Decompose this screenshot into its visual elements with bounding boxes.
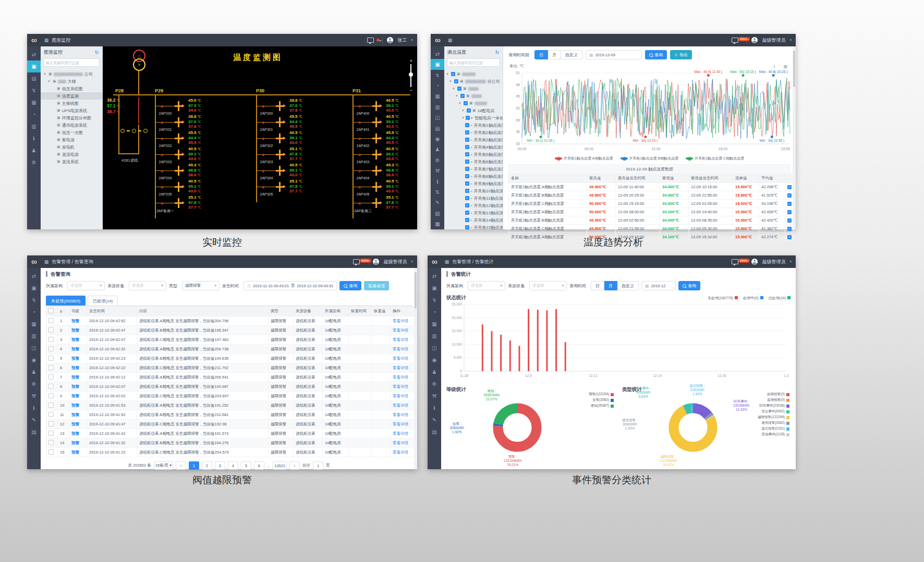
rail-icon-5[interactable]: ▥	[428, 330, 441, 342]
mode-日[interactable]: 日	[534, 50, 548, 59]
rail-icon-6[interactable]: ▥	[27, 120, 41, 132]
feeder-2AP202[interactable]: ◆2AP20245.5℃44.4℃45.5℃	[155, 133, 220, 149]
row-checkbox[interactable]: ✓	[787, 227, 792, 231]
checkbox[interactable]: ✓	[465, 203, 469, 207]
rail-icon-10[interactable]: ⚒	[27, 390, 41, 402]
rail-icon-12[interactable]: ✎	[27, 414, 41, 426]
search-button[interactable]: 查询	[678, 281, 700, 290]
rail-icon-5[interactable]: ▥	[431, 102, 444, 112]
feeder-2AP301[interactable]: ◆2AP30145.5℃44.4℃45.5℃	[256, 117, 321, 132]
feeder-2AP304[interactable]: ◆2AP30440.5℃39.1℃43.0℃	[256, 165, 321, 181]
scrollbar[interactable]	[793, 46, 796, 229]
view-detail-link[interactable]: 查看详情	[391, 448, 416, 457]
tree-item-2[interactable]: ▣主接线图	[41, 100, 102, 107]
legend-item[interactable]: SOE事件(23036)	[759, 404, 789, 408]
row-checkbox[interactable]	[48, 440, 54, 445]
row-checkbox[interactable]: ✓	[787, 218, 792, 223]
mode-月[interactable]: 月	[604, 281, 617, 290]
rail-icon-10[interactable]: ⚙	[431, 155, 444, 165]
legend-item[interactable]: 开关柜1触点温度.B相触点温度	[621, 156, 679, 161]
row-checkbox[interactable]: ✓	[787, 185, 792, 189]
checkbox[interactable]: ✓	[465, 145, 469, 149]
checkbox[interactable]: ✓	[465, 160, 469, 164]
tree-node-building[interactable]: ▾▣大楼	[41, 78, 102, 85]
checkbox[interactable]: ✓	[465, 181, 469, 186]
rail-icon-3[interactable]: ◔	[428, 306, 441, 318]
row-checkbox[interactable]: ✓	[787, 235, 792, 239]
rail-icon-14[interactable]: ✎	[431, 198, 444, 208]
checkbox[interactable]: ✓	[465, 211, 469, 215]
status-legend-item[interactable]: 处理中(0)	[743, 296, 763, 301]
rail-icon-7[interactable]: ℹ	[27, 132, 41, 144]
feeder-2AP404[interactable]: ◆2AP40449.3℃48.8℃38.6℃	[352, 165, 417, 181]
feeder-2AP204[interactable]: ◆2AP20449.3℃48.8℃38.6℃	[155, 165, 220, 181]
legend-item[interactable]: 故障报警(0)	[767, 392, 789, 397]
view-detail-link[interactable]: 查看详情	[391, 401, 416, 410]
checkbox[interactable]: ✓	[451, 72, 455, 76]
rail-icon-2[interactable]: ↯	[27, 294, 41, 306]
row-checkbox[interactable]: ✓	[787, 202, 792, 206]
checkbox[interactable]: ✓	[457, 87, 461, 91]
rail-icon-0[interactable]: ⇄	[27, 270, 41, 282]
date-picker[interactable]: ▦2019-12	[641, 281, 676, 290]
rail-icon-12[interactable]: ✎	[428, 414, 441, 426]
user-name[interactable]: 超级管理员	[762, 37, 785, 44]
rail-icon-9[interactable]: ⚙	[27, 378, 41, 390]
type-select[interactable]: 越限报警▾	[182, 281, 220, 290]
tree-item-7[interactable]: ▣蓄电池	[41, 136, 102, 143]
tree-org-4[interactable]: ▾✓▣	[444, 100, 503, 107]
row-checkbox[interactable]	[48, 327, 54, 333]
tree-item-0[interactable]: ▣低压系统图	[41, 85, 102, 92]
app-logo-icon[interactable]: ∞	[31, 38, 37, 43]
view-detail-link[interactable]: 查看详情	[391, 335, 416, 345]
user-name[interactable]: 超级管理员	[383, 259, 407, 265]
page-3[interactable]: 3	[215, 461, 225, 470]
tree-leaf-3[interactable]: ✓▪开关柜4触点温度	[444, 143, 503, 151]
view-detail-link[interactable]: 查看详情	[391, 373, 416, 382]
checkbox[interactable]: ✓	[465, 167, 469, 171]
mode-自定义[interactable]: 自定义	[617, 281, 639, 290]
time-range-picker[interactable]: ◷ 2019-11-10 09:43:01至2019-12-10 09:43:0…	[244, 281, 337, 290]
legend-item[interactable]: 越限报警(122299)	[758, 415, 789, 420]
tree-search-input[interactable]	[447, 58, 500, 67]
rail-icon-5[interactable]: ▥	[27, 330, 41, 342]
org-select[interactable]: 请选择▾	[67, 281, 105, 290]
feeder-2AP302[interactable]: ◆2AP30240.5℃39.1℃43.0℃	[256, 133, 321, 149]
tree-leaf-4[interactable]: ✓▪开关柜5触点温度	[444, 151, 503, 158]
scada-canvas[interactable]: 温度监测图△YP28P29P30P3136.2℃37.1℃38.7℃4281进线…	[103, 46, 417, 229]
rail-icon-16[interactable]: ▩	[431, 219, 444, 229]
row-checkbox[interactable]: ✓	[787, 210, 792, 214]
avatar[interactable]	[751, 259, 758, 265]
legend-item[interactable]: 其他事件(1128)	[762, 432, 789, 437]
feeder-2AP303[interactable]: ◆2AP30335.1℃47.8℃37.7℃	[256, 149, 321, 165]
header-checkbox[interactable]	[48, 308, 54, 313]
rail-icon-6[interactable]: ◫	[27, 342, 41, 354]
row-checkbox[interactable]	[48, 356, 54, 361]
avatar[interactable]	[387, 37, 393, 43]
tree-item-9[interactable]: ▣直流电源	[41, 151, 102, 158]
rail-icon-1[interactable]: ▣	[428, 282, 441, 294]
rail-icon-3[interactable]: ◔	[431, 80, 444, 91]
rail-icon-3[interactable]: ↯	[27, 84, 41, 96]
tree-item-8[interactable]: ▣发电机	[41, 143, 102, 151]
prev-page[interactable]: ‹	[176, 461, 186, 470]
rail-icon-4[interactable]: ▦	[428, 318, 441, 330]
rail-icon-8[interactable]: ♟	[27, 366, 41, 378]
org-select[interactable]: 请选择▾	[468, 281, 505, 290]
view-detail-link[interactable]: 查看详情	[391, 438, 416, 448]
menu-grid-icon[interactable]: ▦	[445, 259, 449, 264]
row-checkbox[interactable]	[48, 412, 54, 417]
tree-org-0[interactable]: ▾✓▣	[444, 70, 503, 78]
tree-leaf-5[interactable]: ✓▪开关柜6触点温度	[444, 158, 503, 165]
legend-item[interactable]: 开关柜1触点温度.C相触点温度	[686, 156, 744, 161]
checkbox[interactable]: ✓	[464, 101, 468, 105]
view-detail-link[interactable]: 查看详情	[391, 420, 416, 429]
rail-icon-4[interactable]: ▦	[431, 91, 444, 102]
menu-grid-icon[interactable]: ▦	[44, 259, 49, 264]
rail-icon-4[interactable]: ▦	[27, 96, 41, 108]
checkbox[interactable]: ✓	[465, 218, 469, 222]
rail-icon-8[interactable]: ♟	[27, 144, 41, 156]
checkbox[interactable]: ✓	[466, 116, 470, 120]
zoom-slider[interactable]: +−	[410, 59, 412, 92]
tree-org-3[interactable]: ▾✓▣	[444, 92, 503, 100]
